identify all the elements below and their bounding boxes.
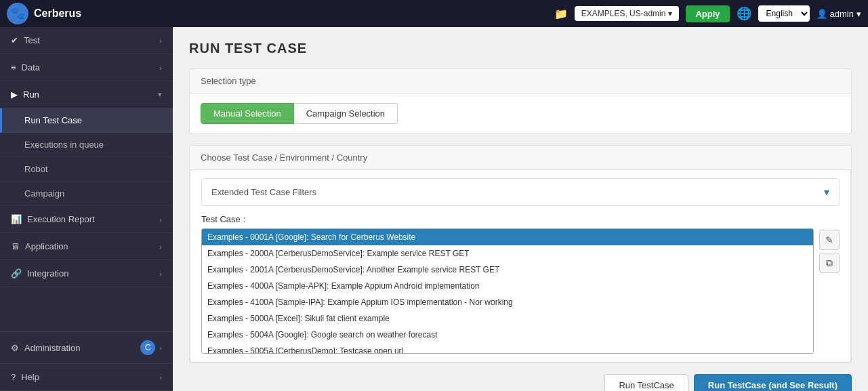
sidebar-item-execution-report[interactable]: 📊 Execution Report › [0, 206, 173, 233]
cerberus-circle-icon: C [140, 340, 155, 355]
sidebar-item-robot[interactable]: Robot [0, 157, 173, 182]
dropdown-arrow-icon: ▾ [668, 9, 672, 18]
integration-icon: 🔗 [11, 268, 22, 279]
test-chevron-icon: › [159, 37, 162, 45]
sidebar-item-campaign[interactable]: Campaign [0, 182, 173, 206]
choose-testcase-body: Extended Test Case Filters ▾ Test Case :… [190, 170, 851, 363]
application-chevron-icon: › [159, 243, 162, 251]
user-chevron-icon: ▾ [856, 9, 861, 19]
data-chevron-icon: › [159, 64, 162, 72]
sidebar-item-test-label: Test [24, 35, 40, 45]
campaign-label: Campaign [24, 188, 64, 199]
page-title: RUN TEST CASE [189, 41, 852, 56]
test-icon: ✔ [11, 35, 18, 45]
copy-button[interactable]: ⧉ [819, 253, 840, 273]
choose-testcase-panel: Choose Test Case / Environment / Country… [189, 145, 852, 363]
help-chevron-icon: › [159, 373, 162, 382]
sidebar-item-run[interactable]: ▶ Run ▾ [0, 81, 173, 108]
exec-report-chevron-icon: › [159, 215, 162, 224]
sidebar-item-help[interactable]: ? Help › [0, 364, 173, 391]
run-testcase-see-result-button[interactable]: Run TestCase (and See Result) [694, 374, 852, 391]
selection-type-body: Manual Selection Campaign Selection [190, 94, 851, 133]
selection-type-panel: Selection type Manual Selection Campaign… [189, 68, 852, 134]
integration-label: Integration [27, 268, 68, 279]
test-case-item[interactable]: Examples - 4100A [Sample-IPA]: Example A… [202, 294, 813, 310]
folder-icon: 📁 [554, 7, 568, 20]
list-side-actions: ✎ ⧉ [819, 228, 840, 354]
sidebar-item-test[interactable]: ✔ Test › [0, 27, 173, 54]
username: admin [830, 9, 854, 19]
sidebar-item-application[interactable]: 🖥 Application › [0, 233, 173, 260]
project-dropdown[interactable]: EXAMPLES, US-admin ▾ [575, 6, 680, 21]
navbar: 🐾 Cerberus 📁 EXAMPLES, US-admin ▾ Apply … [0, 0, 868, 27]
run-chevron-icon: ▾ [158, 90, 162, 99]
navbar-right: 📁 EXAMPLES, US-admin ▾ Apply 🌐 English 👤… [554, 5, 861, 22]
test-case-item[interactable]: Examples - 4000A [Sample-APK]: Example A… [202, 278, 813, 294]
test-case-item[interactable]: Examples - 2001A [CerberusDemoService]: … [202, 262, 813, 278]
run-icon: ▶ [11, 89, 18, 100]
exec-report-icon: 📊 [11, 214, 22, 224]
bottom-actions: Run TestCase Run TestCase (and See Resul… [189, 374, 852, 391]
test-case-label: Test Case : [201, 214, 840, 224]
test-case-item[interactable]: Examples - 5005A [CerberusDemo]: Testcas… [202, 343, 813, 354]
sidebar-item-executions-queue[interactable]: Executions in queue [0, 133, 173, 157]
user-icon: 👤 [817, 9, 827, 19]
data-icon: ≡ [11, 62, 16, 73]
application-label: Application [25, 241, 68, 251]
extended-filters-label: Extended Test Case Filters [211, 187, 316, 197]
help-label: Help [21, 372, 39, 382]
robot-label: Robot [24, 164, 48, 174]
brand: 🐾 Cerberus [7, 3, 156, 24]
apply-button[interactable]: Apply [686, 5, 729, 22]
sidebar-item-run-label: Run [23, 89, 39, 100]
sidebar: ✔ Test › ≡ Data › ▶ Run ▾ Run Test Case … [0, 27, 173, 391]
run-testcase-label: Run Test Case [24, 115, 82, 125]
test-case-item[interactable]: Examples - 5000A [Excel]: Sikuli fat cli… [202, 310, 813, 327]
brand-name: Cerberus [34, 7, 81, 20]
logo-icon: 🐾 [7, 3, 28, 24]
test-case-list[interactable]: Examples - 0001A [Google]: Search for Ce… [201, 228, 814, 354]
content-area: RUN TEST CASE Selection type Manual Sele… [173, 27, 868, 391]
manual-selection-button[interactable]: Manual Selection [201, 103, 294, 124]
help-icon: ? [11, 372, 16, 382]
globe-icon: 🌐 [737, 6, 751, 21]
sidebar-item-data-label: Data [22, 62, 40, 73]
selection-type-header: Selection type [190, 69, 851, 94]
run-testcase-button[interactable]: Run TestCase [604, 374, 688, 391]
sidebar-item-data[interactable]: ≡ Data › [0, 54, 173, 81]
test-case-item[interactable]: Examples - 2000A [CerberusDemoService]: … [202, 245, 813, 262]
test-case-item[interactable]: Examples - 0001A [Google]: Search for Ce… [202, 229, 813, 245]
executions-queue-label: Executions in queue [24, 140, 104, 150]
campaign-selection-button[interactable]: Campaign Selection [294, 103, 398, 124]
test-case-list-wrapper: Examples - 0001A [Google]: Search for Ce… [201, 228, 840, 354]
integration-chevron-icon: › [159, 270, 162, 278]
administration-icon: ⚙ [11, 343, 19, 353]
language-select[interactable]: English [758, 5, 810, 22]
choose-testcase-header: Choose Test Case / Environment / Country [190, 146, 851, 170]
application-icon: 🖥 [11, 241, 20, 251]
administration-chevron-icon: › [159, 344, 162, 352]
test-case-item[interactable]: Examples - 5004A [Google]: Google search… [202, 327, 813, 343]
extended-filters-chevron-icon: ▾ [824, 186, 829, 199]
main-layout: ✔ Test › ≡ Data › ▶ Run ▾ Run Test Case … [0, 27, 868, 391]
sidebar-item-administration[interactable]: ⚙ Administration C › [0, 331, 173, 364]
administration-label: Administration [24, 343, 80, 353]
user-menu[interactable]: 👤 admin ▾ [817, 9, 861, 19]
sidebar-item-run-testcase[interactable]: Run Test Case [0, 108, 173, 133]
sidebar-item-integration[interactable]: 🔗 Integration › [0, 260, 173, 287]
exec-report-label: Execution Report [27, 214, 95, 224]
edit-button[interactable]: ✎ [819, 230, 840, 250]
extended-filters-toggle[interactable]: Extended Test Case Filters ▾ [201, 178, 840, 206]
selection-buttons: Manual Selection Campaign Selection [201, 103, 840, 124]
